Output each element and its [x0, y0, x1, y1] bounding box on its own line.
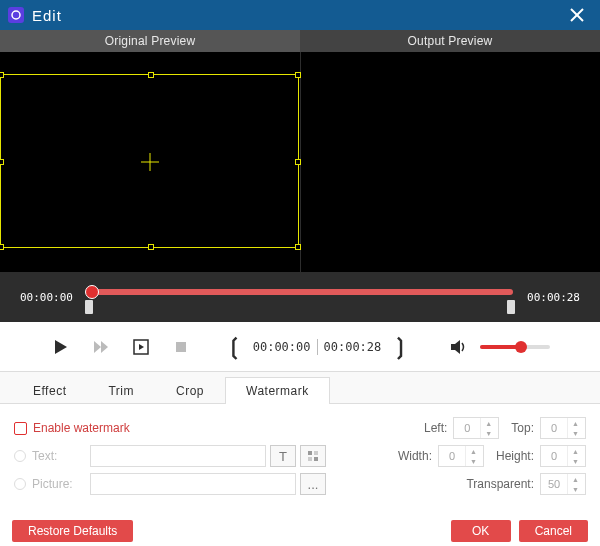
enable-watermark-checkbox[interactable] [14, 422, 27, 435]
browse-button[interactable]: ... [300, 473, 326, 495]
width-spinner[interactable]: ▲▼ [438, 445, 484, 467]
window-title: Edit [32, 7, 62, 24]
left-spinner[interactable]: ▲▼ [453, 417, 499, 439]
volume-thumb[interactable] [515, 341, 527, 353]
svg-marker-9 [139, 344, 144, 350]
cancel-button[interactable]: Cancel [519, 520, 588, 542]
end-marker[interactable] [507, 300, 515, 314]
picture-label: Picture: [32, 477, 90, 491]
enable-watermark-label: Enable watermark [33, 421, 130, 435]
timeline-track[interactable] [87, 282, 513, 312]
timeline: 00:00:00 00:00:28 [0, 272, 600, 322]
current-time: 00:00:00 [247, 340, 317, 354]
transparent-spinner[interactable]: ▲▼ [540, 473, 586, 495]
preview-area [0, 52, 600, 272]
ok-button[interactable]: OK [451, 520, 511, 542]
volume-icon[interactable] [448, 336, 470, 358]
text-input[interactable] [90, 445, 266, 467]
text-radio[interactable] [14, 450, 26, 462]
volume-control [448, 336, 550, 358]
svg-marker-11 [451, 340, 460, 354]
crosshair-icon [141, 153, 159, 171]
playhead[interactable] [85, 285, 99, 299]
svg-rect-12 [308, 451, 312, 455]
picture-input[interactable] [90, 473, 296, 495]
watermark-panel: Enable watermark Text: T Picture: ... Le… [0, 404, 600, 516]
height-spinner[interactable]: ▲▼ [540, 445, 586, 467]
svg-marker-7 [101, 341, 108, 353]
set-end-button[interactable]: ❳ [387, 334, 413, 360]
timeline-start-label: 00:00:00 [20, 291, 73, 304]
svg-marker-5 [55, 340, 67, 354]
text-label: Text: [32, 449, 90, 463]
tab-crop[interactable]: Crop [155, 377, 225, 404]
stop-button[interactable] [170, 336, 192, 358]
output-preview-header: Output Preview [300, 30, 600, 52]
top-spinner[interactable]: ▲▼ [540, 417, 586, 439]
svg-point-0 [12, 11, 20, 19]
font-button[interactable]: T [270, 445, 296, 467]
height-label: Height: [496, 449, 534, 463]
app-icon [8, 7, 24, 23]
svg-marker-6 [94, 341, 101, 353]
tab-trim[interactable]: Trim [87, 377, 155, 404]
footer: Restore Defaults OK Cancel [0, 516, 600, 546]
tab-effect[interactable]: Effect [12, 377, 87, 404]
next-frame-button[interactable] [130, 336, 152, 358]
restore-defaults-button[interactable]: Restore Defaults [12, 520, 133, 542]
fast-forward-button[interactable] [90, 336, 112, 358]
left-label: Left: [424, 421, 447, 435]
output-preview [301, 52, 601, 272]
width-label: Width: [398, 449, 432, 463]
tab-watermark[interactable]: Watermark [225, 377, 330, 404]
transparent-label: Transparent: [466, 477, 534, 491]
original-preview[interactable] [0, 52, 301, 272]
timeline-end-label: 00:00:28 [527, 291, 580, 304]
top-label: Top: [511, 421, 534, 435]
close-button[interactable] [562, 0, 592, 30]
set-start-button[interactable]: ❲ [221, 334, 247, 360]
svg-rect-14 [308, 457, 312, 461]
playback-controls: ❲ 00:00:00 00:00:28 ❳ [0, 322, 600, 372]
tab-bar: Effect Trim Crop Watermark [0, 372, 600, 404]
svg-rect-15 [314, 457, 318, 461]
total-time: 00:00:28 [318, 340, 388, 354]
titlebar: Edit [0, 0, 600, 30]
volume-slider[interactable] [480, 345, 550, 349]
crop-selection[interactable] [0, 74, 299, 248]
original-preview-header: Original Preview [0, 30, 300, 52]
picture-radio[interactable] [14, 478, 26, 490]
play-button[interactable] [50, 336, 72, 358]
svg-rect-13 [314, 451, 318, 455]
svg-rect-10 [176, 342, 186, 352]
color-button[interactable] [300, 445, 326, 467]
start-marker[interactable] [85, 300, 93, 314]
preview-headers: Original Preview Output Preview [0, 30, 600, 52]
